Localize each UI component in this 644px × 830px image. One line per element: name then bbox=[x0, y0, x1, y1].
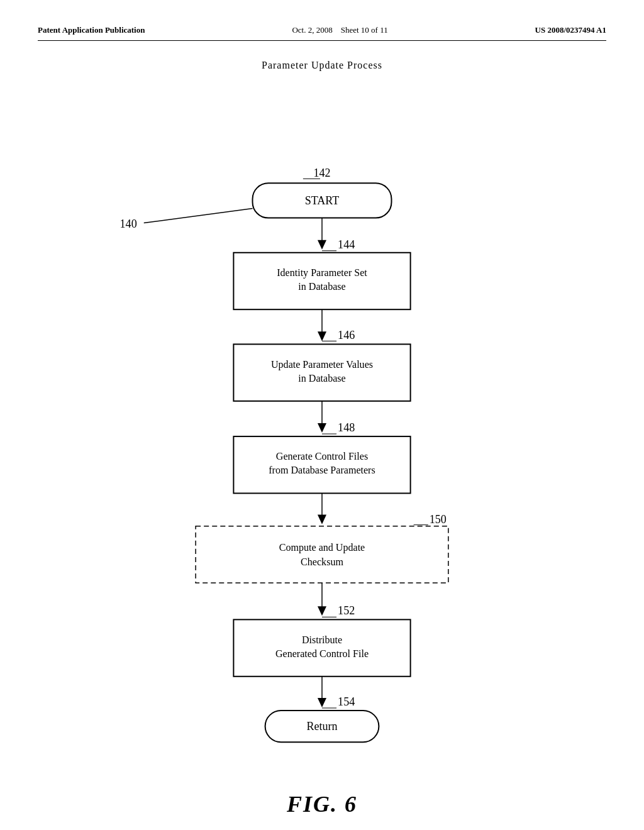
flowchart-svg: 140 142 START 144 Identity Parameter Set… bbox=[38, 96, 606, 756]
return-label: Return bbox=[306, 720, 337, 733]
node-152-line2: Generated Control File bbox=[275, 648, 369, 659]
header-date: Oct. 2, 2008 bbox=[292, 25, 332, 35]
diagram-title: Parameter Update Process bbox=[38, 60, 606, 71]
node-150-box bbox=[196, 526, 448, 583]
node-146-line1: Update Parameter Values bbox=[271, 359, 373, 370]
arrowhead-148-to-150 bbox=[318, 515, 326, 524]
page-header: Patent Application Publication Oct. 2, 2… bbox=[38, 25, 606, 41]
header-left: Patent Application Publication bbox=[38, 25, 145, 35]
arrowhead-150-to-152 bbox=[318, 606, 326, 616]
node-152-line1: Distribute bbox=[302, 634, 342, 645]
node-148-line2: from Database Parameters bbox=[269, 465, 375, 475]
header-sheet: Sheet 10 of 11 bbox=[341, 25, 388, 35]
ref-140: 140 bbox=[120, 218, 137, 230]
ref-152: 152 bbox=[338, 604, 355, 617]
flowchart: 140 142 START 144 Identity Parameter Set… bbox=[38, 96, 606, 756]
node-148-line1: Generate Control Files bbox=[276, 451, 368, 462]
arrowhead-152-to-return bbox=[318, 698, 326, 707]
ref-146: 146 bbox=[338, 329, 355, 341]
ref-142: 142 bbox=[313, 167, 330, 179]
ref-140-arrow bbox=[144, 208, 253, 223]
page: Patent Application Publication Oct. 2, 2… bbox=[0, 0, 644, 830]
ref-148: 148 bbox=[338, 421, 355, 434]
node-150-line1: Compute and Update bbox=[279, 542, 365, 553]
node-144-line1: Identity Parameter Set bbox=[277, 267, 367, 279]
ref-150: 150 bbox=[430, 513, 447, 526]
node-144-line2: in Database bbox=[298, 281, 345, 292]
start-label: START bbox=[305, 194, 340, 207]
arrowhead-144-to-146 bbox=[318, 331, 326, 341]
node-150-line2: Checksum bbox=[301, 556, 343, 567]
arrowhead-start-to-144 bbox=[318, 240, 326, 250]
fig-label: FIG. 6 bbox=[287, 791, 357, 817]
ref-144: 144 bbox=[338, 238, 355, 251]
header-right: US 2008/0237494 A1 bbox=[535, 25, 606, 35]
node-146-line2: in Database bbox=[298, 373, 345, 384]
arrowhead-146-to-148 bbox=[318, 423, 326, 433]
header-center: Oct. 2, 2008 Sheet 10 of 11 bbox=[292, 25, 387, 35]
ref-154: 154 bbox=[338, 695, 355, 708]
